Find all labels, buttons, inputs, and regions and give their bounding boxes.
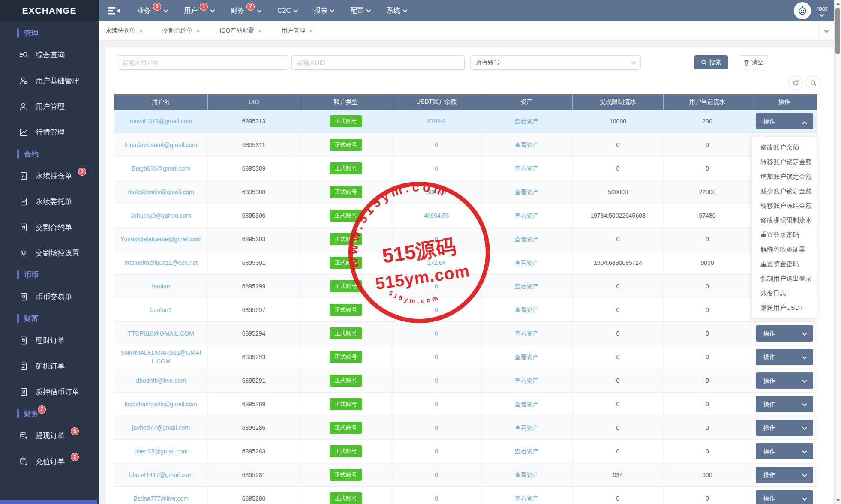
username-link[interactable]: locochamba45@gmail.com [125,400,197,408]
tab-交割合约单[interactable]: 交割合约单× [162,27,200,35]
sidebar-item-用户基础管理[interactable]: 用户基础管理 [0,68,99,93]
nav-item-C2C[interactable]: C2C [277,6,297,15]
account-type-select[interactable]: 所有账号 [470,55,641,70]
username-link[interactable]: javhed77@gmail.com [132,423,190,432]
username-link[interactable]: maksklasniv@gmail.com [128,188,194,196]
sidebar-item-永续委托单[interactable]: 永续委托单 [0,189,99,214]
username-link[interactable]: Irinadavidson4@gmail.com [125,141,197,149]
sidebar-item-交割合约单[interactable]: 交割合约单 [0,214,99,240]
sidebar-item-币币交易单[interactable]: 币币交易单 [0,284,99,309]
tabs-collapse-button[interactable] [818,21,834,40]
scroll-down-arrow[interactable] [836,499,840,502]
username-link[interactable]: SNIRMALKUMARS01@GMAIL.COM [119,348,203,366]
view-assets-link[interactable]: 查看资产 [515,471,539,479]
usdt-balance-link[interactable]: 0 [435,471,438,479]
view-assets-link[interactable]: 查看资产 [515,141,539,149]
view-assets-link[interactable]: 查看资产 [515,494,539,503]
action-menu-item-转移账户冻结金额[interactable]: 转移账户冻结金额 [752,198,817,213]
action-button[interactable]: 操作 [756,325,813,342]
usdt-balance-link[interactable]: 46994.56 [424,211,449,220]
username-link[interactable]: banlan [152,282,170,291]
view-assets-link[interactable]: 查看资产 [515,353,539,361]
sidebar-item-永续持仓单[interactable]: 永续持仓单1 [0,163,99,189]
usdt-balance-link[interactable]: 0 [435,494,438,503]
close-icon[interactable]: × [258,27,261,34]
action-menu-item-减少账户锁定金额[interactable]: 减少账户锁定金额 [752,184,817,198]
usdt-balance-link[interactable]: 172.64 [427,258,446,267]
nav-item-财务[interactable]: 财务7 [231,6,261,15]
view-assets-link[interactable]: 查看资产 [515,188,539,196]
view-assets-link[interactable]: 查看资产 [515,376,539,385]
action-menu-item-账变日志[interactable]: 账变日志 [752,286,817,300]
username-link[interactable]: mowil1313@gmail.com [130,117,192,126]
uid-search-input[interactable] [291,55,465,70]
view-assets-link[interactable]: 查看资产 [515,400,539,408]
view-assets-link[interactable]: 查看资产 [515,282,539,291]
zoom-button[interactable] [806,75,820,90]
sidebar-item-理财订单[interactable]: 理财订单 [0,327,99,353]
sidebar-item-充值订单[interactable]: 充值订单2 [0,448,99,474]
nav-item-用户[interactable]: 用户1 [184,6,214,15]
action-menu-item-转移账户锁定金额[interactable]: 转移账户锁定金额 [752,155,817,169]
close-icon[interactable]: × [196,27,200,34]
usdt-balance-link[interactable]: 0 [435,235,438,243]
sidebar-item-行情管理[interactable]: 行情管理 [0,119,99,145]
action-menu-item-重置资金密码[interactable]: 重置资金密码 [752,257,817,271]
close-icon[interactable]: × [139,27,143,34]
action-button[interactable]: 操作 [756,396,813,412]
usdt-balance-link[interactable]: 0 [435,164,438,173]
view-assets-link[interactable]: 查看资产 [515,423,539,432]
username-link[interactable]: dhodhfb@live.com [136,376,186,385]
usdt-balance-link[interactable]: 0 [435,282,438,291]
usdt-balance-link[interactable]: 0 [435,306,438,314]
view-assets-link[interactable]: 查看资产 [515,306,539,314]
view-assets-link[interactable]: 查看资产 [515,258,539,267]
user-menu[interactable]: root [816,5,827,17]
avatar[interactable] [794,2,811,19]
view-assets-link[interactable]: 查看资产 [515,329,539,338]
username-link[interactable]: Yuriuskdelafuente@gmail.com [120,235,201,243]
nav-item-配置[interactable]: 配置 [350,6,370,15]
tab-ICO产品配置[interactable]: ICO产品配置× [219,27,261,35]
action-menu-item-修改提现限制流水[interactable]: 修改提现限制流水 [752,213,817,228]
nav-item-报表[interactable]: 报表 [314,6,334,15]
usdt-balance-link[interactable]: 0 [435,400,438,408]
tab-永续持仓单[interactable]: 永续持仓单× [105,27,143,35]
action-menu-item-强制用户退出登录[interactable]: 强制用户退出登录 [752,271,817,286]
action-button[interactable]: 操作 [756,349,813,365]
sidebar-item-提现订单[interactable]: 提现订单5 [0,423,99,448]
refresh-button[interactable] [788,75,803,90]
view-assets-link[interactable]: 查看资产 [515,164,539,173]
action-button[interactable]: 操作 [756,372,813,389]
username-link[interactable]: Baigb636@gmail.com [132,164,190,173]
action-menu-item-解绑谷歌验证器[interactable]: 解绑谷歌验证器 [752,242,817,257]
username-link[interactable]: manuelrodriquez1@cox.net [124,258,198,267]
menu-collapse-icon[interactable] [108,6,121,15]
usdt-balance-link[interactable]: 0 [435,376,438,385]
username-link[interactable]: bben41417@gmail.com [129,471,192,479]
sidebar-item-质押借币订单[interactable]: 质押借币订单 [0,379,99,405]
action-menu-item-增加账户锁定金额[interactable]: 增加账户锁定金额 [752,169,817,184]
usdt-balance-link[interactable]: 0 [435,447,438,456]
username-link[interactable]: banlan1 [150,306,172,314]
usdt-balance-link[interactable]: 0 [435,141,438,149]
action-button[interactable]: 操作 [756,443,813,459]
action-button[interactable]: 操作 [756,420,813,436]
sidebar-item-用户管理[interactable]: 用户管理 [0,93,99,119]
username-link[interactable]: Bsdna777@live.com [133,494,189,503]
username-link[interactable]: TTCP610@GMAIL.COM [128,329,194,338]
nav-item-业务[interactable]: 业务1 [137,6,168,15]
action-menu-item-赠送用户USDT[interactable]: 赠送用户USDT [752,300,817,315]
close-icon[interactable]: × [309,27,312,34]
view-assets-link[interactable]: 查看资产 [515,117,539,126]
sidebar-item-综合查询[interactable]: 综合查询 [0,42,99,68]
usdt-balance-link[interactable]: 8769.9 [427,117,446,126]
usdt-balance-link[interactable]: 0 [435,329,438,338]
nav-item-系统[interactable]: 系统 [387,6,407,15]
username-search-input[interactable] [117,55,288,70]
tab-用户管理[interactable]: 用户管理× [281,27,312,35]
scroll-up-arrow[interactable] [836,2,840,5]
clear-button[interactable]: 清空 [739,55,768,69]
page-scrollbar[interactable] [834,0,841,504]
action-button[interactable]: 操作 [756,113,813,129]
